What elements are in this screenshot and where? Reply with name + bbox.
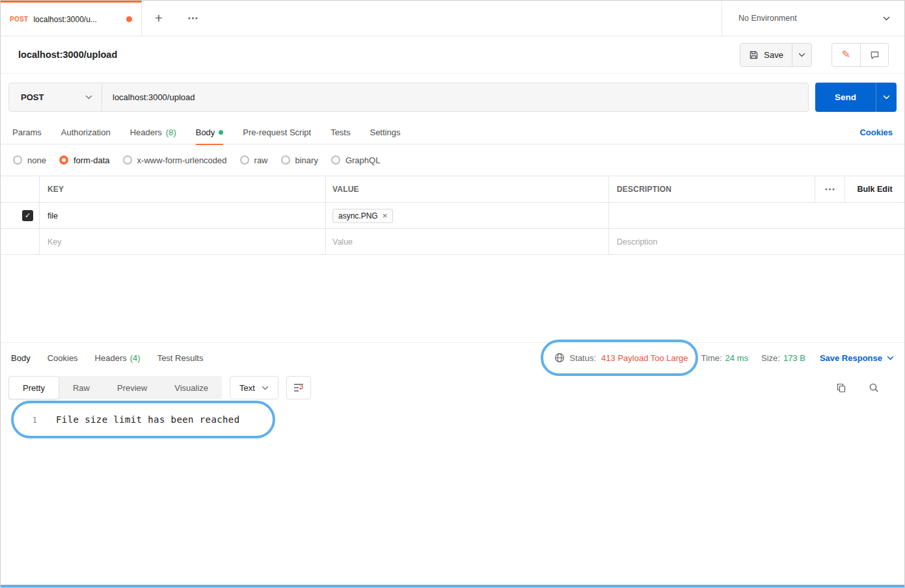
tab-params[interactable]: Params <box>12 120 42 144</box>
open-request-tab[interactable]: POST localhost:3000/u... <box>1 1 142 36</box>
body-mode-raw[interactable]: raw <box>240 155 268 165</box>
view-tab-raw[interactable]: Raw <box>59 376 103 399</box>
time-label: Time: <box>701 353 722 363</box>
description-input[interactable]: Description <box>609 229 904 254</box>
method-label: POST <box>21 92 44 102</box>
copy-response-button[interactable] <box>836 382 846 393</box>
tab-label: Params <box>12 127 42 137</box>
view-tab-preview[interactable]: Preview <box>103 376 161 399</box>
tab-label: Headers <box>130 127 162 137</box>
description-placeholder: Description <box>617 237 658 247</box>
save-button-label: Save <box>764 50 783 60</box>
response-tab-body[interactable]: Body <box>11 353 31 363</box>
edit-button[interactable]: ✎ <box>832 44 860 66</box>
view-tab-pretty[interactable]: Pretty <box>8 376 59 399</box>
new-tab-button[interactable]: + <box>142 1 176 36</box>
tab-prerequest-script[interactable]: Pre-request Script <box>243 120 311 144</box>
response-tools <box>836 382 897 393</box>
form-data-table: KEY VALUE DESCRIPTION Bulk Edit ✓ file a… <box>1 176 904 255</box>
table-options-button[interactable] <box>815 176 845 202</box>
response-view-toolbar: Pretty Raw Preview Visualize Text <box>1 373 904 403</box>
key-input[interactable]: Key <box>40 229 326 254</box>
time-value: 24 ms <box>725 353 748 363</box>
remove-file-icon[interactable]: × <box>383 211 388 220</box>
tab-label: Body <box>196 127 215 137</box>
request-actions: Save ✎ <box>740 43 889 67</box>
wrap-lines-icon <box>293 383 304 392</box>
time-group: Time: 24 ms <box>701 353 748 363</box>
tab-label: Authorization <box>61 127 111 137</box>
mode-label: binary <box>295 155 318 165</box>
tab-label: Settings <box>370 127 400 137</box>
save-options-button[interactable] <box>792 44 811 66</box>
row-checkbox-checked[interactable]: ✓ <box>22 210 33 221</box>
save-button-group: Save <box>740 43 812 67</box>
more-options-icon <box>825 188 835 191</box>
tab-body[interactable]: Body <box>196 120 224 144</box>
tab-label: Cookies <box>47 353 78 363</box>
cookies-link[interactable]: Cookies <box>859 127 893 137</box>
save-response-button[interactable]: Save Response <box>820 353 894 363</box>
body-mode-row: none form-data x-www-form-urlencoded raw… <box>1 144 904 176</box>
column-header-key: KEY <box>47 185 64 194</box>
body-mode-none[interactable]: none <box>13 155 46 165</box>
row-value-cell[interactable]: async.PNG × <box>326 203 609 228</box>
body-mode-x-www-form-urlencoded[interactable]: x-www-form-urlencoded <box>123 155 227 165</box>
chevron-down-icon <box>883 16 890 21</box>
tab-headers[interactable]: Headers(8) <box>130 120 176 144</box>
response-body[interactable]: 1 File size limit has been reached <box>1 403 904 427</box>
tab-authorization[interactable]: Authorization <box>61 120 111 144</box>
header-select-cell <box>1 176 40 202</box>
response-text: File size limit has been reached <box>56 414 240 425</box>
table-placeholder-row: Key Value Description <box>1 229 904 255</box>
comment-button[interactable] <box>860 44 888 66</box>
header-key-cell: KEY <box>40 176 326 202</box>
column-header-value: VALUE <box>332 185 359 194</box>
view-tab-visualize[interactable]: Visualize <box>161 376 222 399</box>
environment-selector[interactable]: No Environment <box>722 1 904 36</box>
value-input[interactable]: Value <box>326 229 609 254</box>
row-key-cell[interactable]: file <box>40 203 326 228</box>
body-mode-graphql[interactable]: GraphQL <box>331 155 380 165</box>
wrap-lines-button[interactable] <box>286 376 311 399</box>
row-description-cell[interactable] <box>609 203 904 228</box>
header-value-cell: VALUE <box>326 176 609 202</box>
status-value: 413 Payload Too Large <box>601 353 688 363</box>
url-bar: POST localhost:3000/upload Send <box>1 74 904 120</box>
url-input[interactable]: localhost:3000/upload <box>102 83 808 111</box>
body-mode-binary[interactable]: binary <box>281 155 318 165</box>
pencil-icon: ✎ <box>842 49 850 60</box>
tab-settings[interactable]: Settings <box>370 120 400 144</box>
response-tab-test-results[interactable]: Test Results <box>157 353 204 363</box>
mode-label: raw <box>254 155 268 165</box>
more-options-icon <box>188 17 198 20</box>
row-select-cell <box>1 229 40 254</box>
column-header-description: DESCRIPTION <box>617 185 671 194</box>
bulk-edit-button[interactable]: Bulk Edit <box>845 176 904 202</box>
response-tab-headers[interactable]: Headers(4) <box>95 353 141 363</box>
send-options-button[interactable] <box>876 83 897 112</box>
mode-label: x-www-form-urlencoded <box>137 155 227 165</box>
comment-icon <box>870 50 880 60</box>
size-label: Size: <box>761 353 780 363</box>
mode-label: form-data <box>74 155 110 165</box>
method-selector[interactable]: POST <box>9 83 102 111</box>
chevron-down-icon <box>262 386 269 390</box>
tab-count: (8) <box>166 127 176 137</box>
unsaved-changes-dot <box>126 16 132 22</box>
body-mode-form-data[interactable]: form-data <box>59 155 110 165</box>
body-modified-dot <box>219 130 223 135</box>
request-title: localhost:3000/upload <box>18 49 117 60</box>
radio-icon <box>13 155 22 165</box>
search-response-button[interactable] <box>869 382 879 393</box>
response-tab-cookies[interactable]: Cookies <box>47 353 78 363</box>
mode-label: none <box>27 155 46 165</box>
tab-options-button[interactable] <box>176 1 209 36</box>
value-placeholder: Value <box>332 237 353 247</box>
save-button[interactable]: Save <box>740 44 792 66</box>
send-button[interactable]: Send <box>815 83 876 112</box>
app-window: POST localhost:3000/u... + No Environmen… <box>0 0 905 588</box>
response-format-selector[interactable]: Text <box>230 376 278 399</box>
radio-icon <box>240 155 249 165</box>
tab-tests[interactable]: Tests <box>331 120 350 144</box>
